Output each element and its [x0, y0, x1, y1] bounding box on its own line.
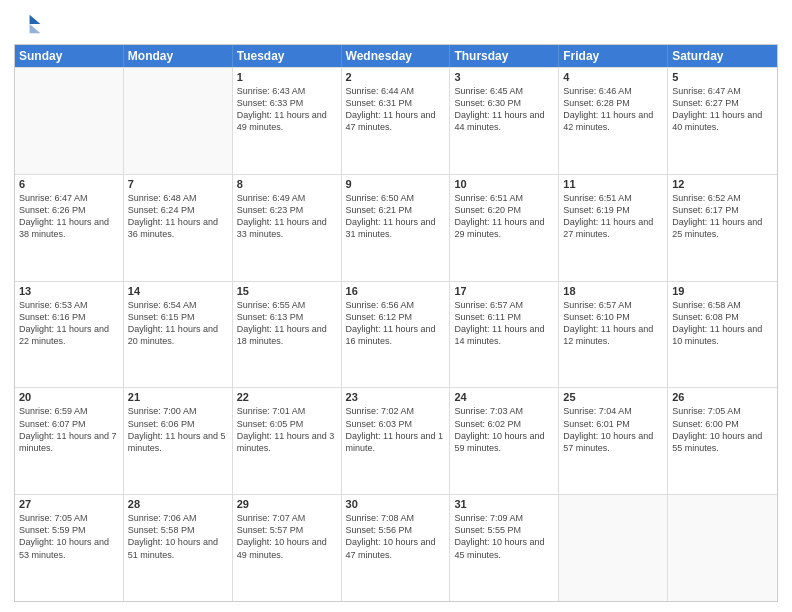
day-number: 30	[346, 498, 446, 510]
calendar-cell: 15 Sunrise: 6:55 AM Sunset: 6:13 PM Dayl…	[233, 282, 342, 388]
day-number: 13	[19, 285, 119, 297]
cell-info: Sunrise: 7:08 AM Sunset: 5:56 PM Dayligh…	[346, 512, 446, 561]
cell-info: Sunrise: 7:00 AM Sunset: 6:06 PM Dayligh…	[128, 405, 228, 454]
calendar-cell: 27 Sunrise: 7:05 AM Sunset: 5:59 PM Dayl…	[15, 495, 124, 601]
calendar-body: 1 Sunrise: 6:43 AM Sunset: 6:33 PM Dayli…	[15, 67, 777, 601]
day-number: 9	[346, 178, 446, 190]
cell-info: Sunrise: 6:52 AM Sunset: 6:17 PM Dayligh…	[672, 192, 773, 241]
cell-info: Sunrise: 6:48 AM Sunset: 6:24 PM Dayligh…	[128, 192, 228, 241]
day-number: 20	[19, 391, 119, 403]
day-number: 31	[454, 498, 554, 510]
day-number: 7	[128, 178, 228, 190]
cell-info: Sunrise: 7:09 AM Sunset: 5:55 PM Dayligh…	[454, 512, 554, 561]
cell-info: Sunrise: 6:49 AM Sunset: 6:23 PM Dayligh…	[237, 192, 337, 241]
day-number: 8	[237, 178, 337, 190]
day-number: 5	[672, 71, 773, 83]
cell-info: Sunrise: 7:05 AM Sunset: 5:59 PM Dayligh…	[19, 512, 119, 561]
calendar-cell: 20 Sunrise: 6:59 AM Sunset: 6:07 PM Dayl…	[15, 388, 124, 494]
cell-info: Sunrise: 6:45 AM Sunset: 6:30 PM Dayligh…	[454, 85, 554, 134]
day-number: 17	[454, 285, 554, 297]
cell-info: Sunrise: 6:53 AM Sunset: 6:16 PM Dayligh…	[19, 299, 119, 348]
cell-info: Sunrise: 7:02 AM Sunset: 6:03 PM Dayligh…	[346, 405, 446, 454]
day-number: 18	[563, 285, 663, 297]
header-day-tuesday: Tuesday	[233, 45, 342, 67]
calendar-cell	[559, 495, 668, 601]
calendar-cell: 25 Sunrise: 7:04 AM Sunset: 6:01 PM Dayl…	[559, 388, 668, 494]
cell-info: Sunrise: 6:57 AM Sunset: 6:11 PM Dayligh…	[454, 299, 554, 348]
calendar: SundayMondayTuesdayWednesdayThursdayFrid…	[14, 44, 778, 602]
cell-info: Sunrise: 6:43 AM Sunset: 6:33 PM Dayligh…	[237, 85, 337, 134]
day-number: 23	[346, 391, 446, 403]
cell-info: Sunrise: 6:50 AM Sunset: 6:21 PM Dayligh…	[346, 192, 446, 241]
calendar-cell: 21 Sunrise: 7:00 AM Sunset: 6:06 PM Dayl…	[124, 388, 233, 494]
calendar-cell: 30 Sunrise: 7:08 AM Sunset: 5:56 PM Dayl…	[342, 495, 451, 601]
calendar-cell: 13 Sunrise: 6:53 AM Sunset: 6:16 PM Dayl…	[15, 282, 124, 388]
calendar-cell: 4 Sunrise: 6:46 AM Sunset: 6:28 PM Dayli…	[559, 68, 668, 174]
cell-info: Sunrise: 6:47 AM Sunset: 6:26 PM Dayligh…	[19, 192, 119, 241]
calendar-cell: 1 Sunrise: 6:43 AM Sunset: 6:33 PM Dayli…	[233, 68, 342, 174]
calendar-cell: 23 Sunrise: 7:02 AM Sunset: 6:03 PM Dayl…	[342, 388, 451, 494]
header-day-friday: Friday	[559, 45, 668, 67]
logo-icon	[14, 10, 42, 38]
day-number: 19	[672, 285, 773, 297]
header-day-wednesday: Wednesday	[342, 45, 451, 67]
calendar-cell: 12 Sunrise: 6:52 AM Sunset: 6:17 PM Dayl…	[668, 175, 777, 281]
day-number: 11	[563, 178, 663, 190]
cell-info: Sunrise: 6:47 AM Sunset: 6:27 PM Dayligh…	[672, 85, 773, 134]
day-number: 15	[237, 285, 337, 297]
header-day-monday: Monday	[124, 45, 233, 67]
day-number: 27	[19, 498, 119, 510]
cell-info: Sunrise: 6:55 AM Sunset: 6:13 PM Dayligh…	[237, 299, 337, 348]
calendar-cell	[668, 495, 777, 601]
cell-info: Sunrise: 7:07 AM Sunset: 5:57 PM Dayligh…	[237, 512, 337, 561]
calendar-cell: 6 Sunrise: 6:47 AM Sunset: 6:26 PM Dayli…	[15, 175, 124, 281]
calendar-cell: 29 Sunrise: 7:07 AM Sunset: 5:57 PM Dayl…	[233, 495, 342, 601]
calendar-cell: 18 Sunrise: 6:57 AM Sunset: 6:10 PM Dayl…	[559, 282, 668, 388]
cell-info: Sunrise: 6:51 AM Sunset: 6:20 PM Dayligh…	[454, 192, 554, 241]
day-number: 1	[237, 71, 337, 83]
calendar-cell	[15, 68, 124, 174]
calendar-cell	[124, 68, 233, 174]
calendar-cell: 22 Sunrise: 7:01 AM Sunset: 6:05 PM Dayl…	[233, 388, 342, 494]
header-day-saturday: Saturday	[668, 45, 777, 67]
calendar-cell: 31 Sunrise: 7:09 AM Sunset: 5:55 PM Dayl…	[450, 495, 559, 601]
calendar-cell: 11 Sunrise: 6:51 AM Sunset: 6:19 PM Dayl…	[559, 175, 668, 281]
day-number: 10	[454, 178, 554, 190]
day-number: 2	[346, 71, 446, 83]
header	[14, 10, 778, 38]
calendar-row-2: 13 Sunrise: 6:53 AM Sunset: 6:16 PM Dayl…	[15, 281, 777, 388]
calendar-cell: 5 Sunrise: 6:47 AM Sunset: 6:27 PM Dayli…	[668, 68, 777, 174]
calendar-cell: 17 Sunrise: 6:57 AM Sunset: 6:11 PM Dayl…	[450, 282, 559, 388]
cell-info: Sunrise: 6:56 AM Sunset: 6:12 PM Dayligh…	[346, 299, 446, 348]
cell-info: Sunrise: 6:44 AM Sunset: 6:31 PM Dayligh…	[346, 85, 446, 134]
cell-info: Sunrise: 7:05 AM Sunset: 6:00 PM Dayligh…	[672, 405, 773, 454]
cell-info: Sunrise: 6:58 AM Sunset: 6:08 PM Dayligh…	[672, 299, 773, 348]
calendar-header: SundayMondayTuesdayWednesdayThursdayFrid…	[15, 45, 777, 67]
calendar-cell: 7 Sunrise: 6:48 AM Sunset: 6:24 PM Dayli…	[124, 175, 233, 281]
day-number: 28	[128, 498, 228, 510]
cell-info: Sunrise: 7:06 AM Sunset: 5:58 PM Dayligh…	[128, 512, 228, 561]
cell-info: Sunrise: 6:54 AM Sunset: 6:15 PM Dayligh…	[128, 299, 228, 348]
day-number: 29	[237, 498, 337, 510]
page: SundayMondayTuesdayWednesdayThursdayFrid…	[0, 0, 792, 612]
calendar-cell: 28 Sunrise: 7:06 AM Sunset: 5:58 PM Dayl…	[124, 495, 233, 601]
day-number: 12	[672, 178, 773, 190]
calendar-cell: 19 Sunrise: 6:58 AM Sunset: 6:08 PM Dayl…	[668, 282, 777, 388]
calendar-cell: 14 Sunrise: 6:54 AM Sunset: 6:15 PM Dayl…	[124, 282, 233, 388]
cell-info: Sunrise: 6:46 AM Sunset: 6:28 PM Dayligh…	[563, 85, 663, 134]
day-number: 14	[128, 285, 228, 297]
cell-info: Sunrise: 6:59 AM Sunset: 6:07 PM Dayligh…	[19, 405, 119, 454]
calendar-cell: 3 Sunrise: 6:45 AM Sunset: 6:30 PM Dayli…	[450, 68, 559, 174]
cell-info: Sunrise: 6:51 AM Sunset: 6:19 PM Dayligh…	[563, 192, 663, 241]
calendar-row-3: 20 Sunrise: 6:59 AM Sunset: 6:07 PM Dayl…	[15, 387, 777, 494]
calendar-cell: 10 Sunrise: 6:51 AM Sunset: 6:20 PM Dayl…	[450, 175, 559, 281]
cell-info: Sunrise: 7:01 AM Sunset: 6:05 PM Dayligh…	[237, 405, 337, 454]
calendar-cell: 8 Sunrise: 6:49 AM Sunset: 6:23 PM Dayli…	[233, 175, 342, 281]
calendar-cell: 26 Sunrise: 7:05 AM Sunset: 6:00 PM Dayl…	[668, 388, 777, 494]
calendar-cell: 24 Sunrise: 7:03 AM Sunset: 6:02 PM Dayl…	[450, 388, 559, 494]
day-number: 24	[454, 391, 554, 403]
cell-info: Sunrise: 7:04 AM Sunset: 6:01 PM Dayligh…	[563, 405, 663, 454]
day-number: 3	[454, 71, 554, 83]
day-number: 22	[237, 391, 337, 403]
header-day-sunday: Sunday	[15, 45, 124, 67]
